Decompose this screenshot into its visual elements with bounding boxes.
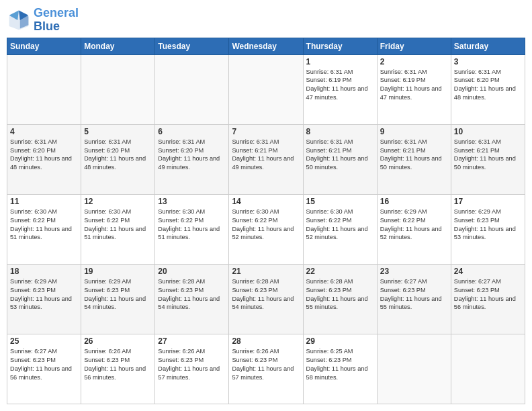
day-info: Sunrise: 6:31 AM Sunset: 6:20 PM Dayligh…	[84, 138, 152, 173]
table-row: 15Sunrise: 6:30 AM Sunset: 6:22 PM Dayli…	[303, 194, 377, 264]
table-row: 26Sunrise: 6:26 AM Sunset: 6:23 PM Dayli…	[81, 334, 155, 404]
day-number: 2	[380, 57, 448, 66]
day-number: 20	[158, 267, 226, 276]
day-number: 5	[84, 127, 152, 136]
day-info: Sunrise: 6:28 AM Sunset: 6:23 PM Dayligh…	[158, 277, 226, 312]
table-row: 10Sunrise: 6:31 AM Sunset: 6:21 PM Dayli…	[451, 124, 525, 194]
day-info: Sunrise: 6:29 AM Sunset: 6:22 PM Dayligh…	[380, 208, 448, 242]
day-info: Sunrise: 6:26 AM Sunset: 6:23 PM Dayligh…	[84, 347, 152, 382]
day-number: 28	[232, 336, 300, 346]
day-info: Sunrise: 6:31 AM Sunset: 6:20 PM Dayligh…	[454, 68, 522, 103]
day-info: Sunrise: 6:29 AM Sunset: 6:23 PM Dayligh…	[84, 277, 152, 312]
day-number: 4	[10, 127, 78, 136]
table-row	[7, 54, 81, 124]
day-number: 12	[84, 197, 152, 206]
calendar-week-row: 11Sunrise: 6:30 AM Sunset: 6:22 PM Dayli…	[7, 194, 525, 264]
col-friday: Friday	[377, 38, 451, 54]
table-row: 7Sunrise: 6:31 AM Sunset: 6:21 PM Daylig…	[229, 124, 303, 194]
table-row: 23Sunrise: 6:27 AM Sunset: 6:23 PM Dayli…	[377, 264, 451, 334]
day-number: 1	[306, 57, 374, 66]
table-row: 19Sunrise: 6:29 AM Sunset: 6:23 PM Dayli…	[81, 264, 155, 334]
table-row: 28Sunrise: 6:26 AM Sunset: 6:23 PM Dayli…	[229, 334, 303, 404]
day-number: 18	[10, 267, 78, 276]
table-row: 21Sunrise: 6:28 AM Sunset: 6:23 PM Dayli…	[229, 264, 303, 334]
calendar-week-row: 4Sunrise: 6:31 AM Sunset: 6:20 PM Daylig…	[7, 124, 525, 194]
day-number: 25	[10, 336, 78, 346]
calendar-week-row: 25Sunrise: 6:27 AM Sunset: 6:23 PM Dayli…	[7, 334, 525, 404]
day-info: Sunrise: 6:31 AM Sunset: 6:19 PM Dayligh…	[306, 68, 374, 103]
table-row	[229, 54, 303, 124]
col-thursday: Thursday	[303, 38, 377, 54]
day-info: Sunrise: 6:31 AM Sunset: 6:19 PM Dayligh…	[380, 68, 448, 103]
day-info: Sunrise: 6:31 AM Sunset: 6:21 PM Dayligh…	[306, 138, 374, 173]
day-number: 8	[306, 127, 374, 136]
day-info: Sunrise: 6:31 AM Sunset: 6:21 PM Dayligh…	[454, 138, 522, 173]
table-row: 12Sunrise: 6:30 AM Sunset: 6:22 PM Dayli…	[81, 194, 155, 264]
table-row: 6Sunrise: 6:31 AM Sunset: 6:20 PM Daylig…	[155, 124, 229, 194]
day-number: 21	[232, 267, 300, 276]
day-info: Sunrise: 6:31 AM Sunset: 6:21 PM Dayligh…	[232, 138, 300, 173]
header: General Blue	[7, 7, 525, 34]
day-number: 19	[84, 267, 152, 276]
table-row: 24Sunrise: 6:27 AM Sunset: 6:23 PM Dayli…	[451, 264, 525, 334]
day-info: Sunrise: 6:30 AM Sunset: 6:22 PM Dayligh…	[84, 208, 152, 242]
table-row: 27Sunrise: 6:26 AM Sunset: 6:23 PM Dayli…	[155, 334, 229, 404]
day-number: 17	[454, 197, 522, 206]
calendar-header-row: Sunday Monday Tuesday Wednesday Thursday…	[7, 38, 525, 54]
day-info: Sunrise: 6:29 AM Sunset: 6:23 PM Dayligh…	[10, 277, 78, 312]
day-number: 9	[380, 127, 448, 136]
table-row: 16Sunrise: 6:29 AM Sunset: 6:22 PM Dayli…	[377, 194, 451, 264]
calendar-table: Sunday Monday Tuesday Wednesday Thursday…	[7, 38, 525, 404]
day-number: 24	[454, 267, 522, 276]
table-row	[81, 54, 155, 124]
day-number: 26	[84, 336, 152, 346]
day-number: 13	[158, 197, 226, 206]
table-row: 25Sunrise: 6:27 AM Sunset: 6:23 PM Dayli…	[7, 334, 81, 404]
day-number: 6	[158, 127, 226, 136]
table-row: 11Sunrise: 6:30 AM Sunset: 6:22 PM Dayli…	[7, 194, 81, 264]
table-row: 2Sunrise: 6:31 AM Sunset: 6:19 PM Daylig…	[377, 54, 451, 124]
day-info: Sunrise: 6:31 AM Sunset: 6:21 PM Dayligh…	[380, 138, 448, 173]
table-row: 4Sunrise: 6:31 AM Sunset: 6:20 PM Daylig…	[7, 124, 81, 194]
col-sunday: Sunday	[7, 38, 81, 54]
table-row: 1Sunrise: 6:31 AM Sunset: 6:19 PM Daylig…	[303, 54, 377, 124]
table-row: 14Sunrise: 6:30 AM Sunset: 6:22 PM Dayli…	[229, 194, 303, 264]
logo: General Blue	[7, 7, 79, 34]
day-number: 11	[10, 197, 78, 206]
day-info: Sunrise: 6:25 AM Sunset: 6:23 PM Dayligh…	[306, 347, 374, 382]
day-number: 3	[454, 57, 522, 66]
table-row: 22Sunrise: 6:28 AM Sunset: 6:23 PM Dayli…	[303, 264, 377, 334]
day-info: Sunrise: 6:30 AM Sunset: 6:22 PM Dayligh…	[306, 208, 374, 242]
col-monday: Monday	[81, 38, 155, 54]
day-number: 16	[380, 197, 448, 206]
day-info: Sunrise: 6:26 AM Sunset: 6:23 PM Dayligh…	[158, 347, 226, 382]
day-info: Sunrise: 6:28 AM Sunset: 6:23 PM Dayligh…	[232, 277, 300, 312]
day-number: 27	[158, 336, 226, 346]
table-row	[451, 334, 525, 404]
table-row: 3Sunrise: 6:31 AM Sunset: 6:20 PM Daylig…	[451, 54, 525, 124]
col-wednesday: Wednesday	[229, 38, 303, 54]
day-info: Sunrise: 6:30 AM Sunset: 6:22 PM Dayligh…	[232, 208, 300, 242]
day-info: Sunrise: 6:27 AM Sunset: 6:23 PM Dayligh…	[454, 277, 522, 312]
table-row: 5Sunrise: 6:31 AM Sunset: 6:20 PM Daylig…	[81, 124, 155, 194]
table-row: 18Sunrise: 6:29 AM Sunset: 6:23 PM Dayli…	[7, 264, 81, 334]
day-info: Sunrise: 6:27 AM Sunset: 6:23 PM Dayligh…	[10, 347, 78, 382]
day-info: Sunrise: 6:30 AM Sunset: 6:22 PM Dayligh…	[158, 208, 226, 242]
table-row: 8Sunrise: 6:31 AM Sunset: 6:21 PM Daylig…	[303, 124, 377, 194]
col-saturday: Saturday	[451, 38, 525, 54]
day-info: Sunrise: 6:31 AM Sunset: 6:20 PM Dayligh…	[158, 138, 226, 173]
page: General Blue Sunday Monday Tuesday Wedne…	[0, 0, 532, 411]
day-number: 22	[306, 267, 374, 276]
day-info: Sunrise: 6:26 AM Sunset: 6:23 PM Dayligh…	[232, 347, 300, 382]
table-row	[377, 334, 451, 404]
day-info: Sunrise: 6:27 AM Sunset: 6:23 PM Dayligh…	[380, 277, 448, 312]
day-number: 7	[232, 127, 300, 136]
day-number: 15	[306, 197, 374, 206]
table-row: 20Sunrise: 6:28 AM Sunset: 6:23 PM Dayli…	[155, 264, 229, 334]
table-row: 13Sunrise: 6:30 AM Sunset: 6:22 PM Dayli…	[155, 194, 229, 264]
table-row: 17Sunrise: 6:29 AM Sunset: 6:23 PM Dayli…	[451, 194, 525, 264]
col-tuesday: Tuesday	[155, 38, 229, 54]
logo-icon	[7, 8, 31, 32]
calendar-week-row: 18Sunrise: 6:29 AM Sunset: 6:23 PM Dayli…	[7, 264, 525, 334]
table-row	[155, 54, 229, 124]
